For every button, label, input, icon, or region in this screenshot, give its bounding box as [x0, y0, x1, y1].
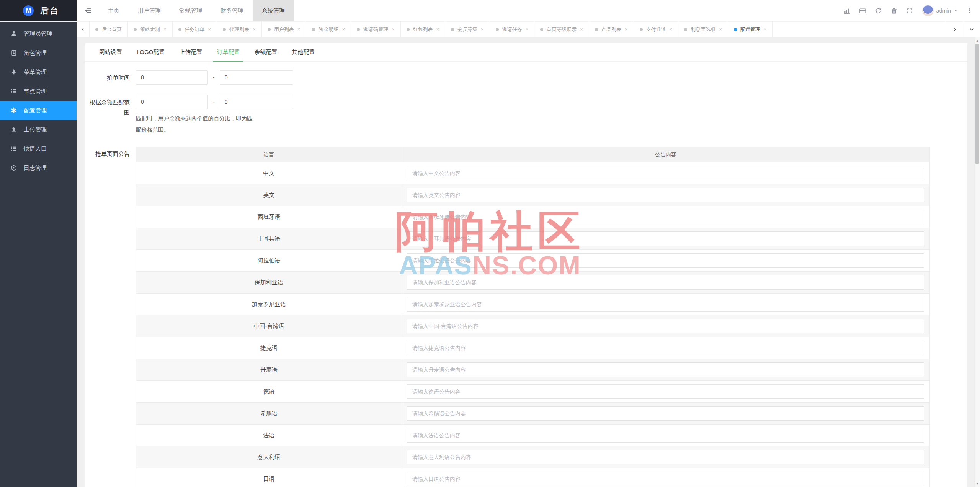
announcement-input[interactable] [407, 297, 924, 312]
balance-from-input[interactable] [136, 95, 208, 109]
sidebar-item[interactable]: 日志管理 [0, 158, 77, 177]
trash-icon[interactable] [891, 8, 897, 14]
refresh-icon[interactable] [875, 8, 882, 14]
announcement-input[interactable] [407, 166, 924, 180]
workspace-tab[interactable]: 任务订单 × [173, 22, 217, 37]
announcement-input[interactable] [407, 450, 924, 464]
announcement-input[interactable] [407, 275, 924, 290]
workspace-tab[interactable]: 首页等级展示 × [534, 22, 589, 37]
app-title: 后台 [40, 5, 59, 16]
tab-close-icon[interactable]: × [253, 27, 256, 32]
tab-dot-icon [178, 28, 181, 31]
workspace-tab[interactable]: 会员等级 × [445, 22, 490, 37]
tab-close-icon[interactable]: × [208, 27, 211, 32]
language-label: 日语 [136, 468, 402, 487]
sidebar-item[interactable]: 节点管理 [0, 82, 77, 101]
announcement-input[interactable] [407, 210, 924, 224]
chart-icon[interactable] [844, 8, 850, 14]
announcement-input[interactable] [407, 362, 924, 377]
balance-range-label: 根据余额匹配范围 [85, 95, 136, 135]
tabs-scroll-right-button[interactable] [946, 22, 963, 37]
nav-item[interactable]: 系统管理 [253, 0, 294, 21]
table-header: 语言 公告内容 [136, 147, 929, 162]
fullscreen-icon[interactable] [906, 8, 913, 14]
announcement-label: 抢单页面公告 [85, 147, 136, 487]
tab-close-icon[interactable]: × [436, 27, 439, 32]
tab-close-icon[interactable]: × [670, 27, 673, 32]
scrollbar-down-arrow[interactable]: ▼ [975, 481, 980, 486]
tab-close-icon[interactable]: × [625, 27, 628, 32]
sidebar-item[interactable]: 角色管理 [0, 43, 77, 62]
tabbar-controls [946, 22, 980, 37]
workspace-tab[interactable]: 策略定制 × [128, 22, 173, 37]
workspace-tab[interactable]: 邀请码管理 × [351, 22, 401, 37]
nav-item[interactable]: 用户管理 [129, 0, 170, 21]
sidebar-collapse-button[interactable] [77, 0, 99, 21]
sidebar-item[interactable]: 快捷入口 [0, 139, 77, 158]
table-row: 土耳其语 [136, 228, 929, 250]
announcement-input[interactable] [407, 384, 924, 399]
workspace-tab[interactable]: 支付通道 × [634, 22, 679, 37]
nav-item[interactable]: 财务管理 [211, 0, 253, 21]
workspace-tab[interactable]: 代理列表 × [217, 22, 262, 37]
kebab-menu-icon[interactable] [967, 8, 972, 14]
config-tab[interactable]: LOGO配置 [133, 43, 168, 61]
sidebar-item[interactable]: 管理员管理 [0, 24, 77, 43]
table-row: 丹麦语 [136, 359, 929, 381]
card-icon[interactable] [859, 8, 866, 14]
page-scrollbar[interactable]: ▲ ▼ [974, 37, 980, 487]
sidebar-item[interactable]: 上传管理 [0, 120, 77, 139]
nav-item[interactable]: 主页 [99, 0, 129, 21]
sidebar-item[interactable]: 配置管理 [0, 101, 77, 120]
announcement-input[interactable] [407, 406, 924, 421]
workspace-tab[interactable]: 产品列表 × [589, 22, 634, 37]
log-hexagon-icon [11, 165, 17, 171]
config-tab[interactable]: 上传配置 [175, 43, 206, 61]
language-label: 保加利亚语 [136, 272, 402, 293]
announcement-input[interactable] [407, 319, 924, 333]
announcement-input[interactable] [407, 472, 924, 486]
nav-item[interactable]: 常规管理 [170, 0, 211, 21]
workspace-tab[interactable]: 红包列表 × [401, 22, 446, 37]
config-tab[interactable]: 订单配置 [213, 43, 243, 61]
table-row: 捷克语 [136, 337, 929, 359]
grab-time-from-input[interactable] [136, 70, 208, 85]
language-label: 英文 [136, 184, 402, 206]
config-tab[interactable]: 余额配置 [250, 43, 281, 61]
tab-close-icon[interactable]: × [297, 27, 301, 32]
workspace-tab[interactable]: 后台首页 [90, 22, 128, 37]
logo-icon: M [23, 5, 34, 16]
workspace-tab[interactable]: 用户列表 × [262, 22, 307, 37]
tab-close-icon[interactable]: × [342, 27, 345, 32]
workspace-tab[interactable]: 资金明细 × [306, 22, 351, 37]
announcement-input[interactable] [407, 188, 924, 202]
balance-to-input[interactable] [220, 95, 293, 109]
announcement-input[interactable] [407, 428, 924, 443]
tab-close-icon[interactable]: × [526, 27, 529, 32]
tabs-scroll-left-button[interactable] [77, 22, 90, 37]
workspace-tabbar: 后台首页 策略定制 × 任务订单 × 代理列表 × [77, 22, 980, 37]
tab-close-icon[interactable]: × [719, 27, 722, 32]
tab-close-icon[interactable]: × [481, 27, 484, 32]
config-tabs: 网站设置 LOGO配置 上传配置 订单配置 余额配置 [85, 43, 967, 62]
announcement-input[interactable] [407, 341, 924, 355]
announcement-input[interactable] [407, 253, 924, 268]
grab-time-to-input[interactable] [220, 70, 293, 85]
tab-close-icon[interactable]: × [392, 27, 395, 32]
language-label: 西班牙语 [136, 206, 402, 228]
tab-close-icon[interactable]: × [163, 27, 167, 32]
tabs-menu-button[interactable] [963, 22, 980, 37]
tab-close-icon[interactable]: × [580, 27, 583, 32]
workspace-tab[interactable]: 配置管理 × [728, 22, 773, 37]
config-tab[interactable]: 其他配置 [288, 43, 318, 61]
workspace-tab[interactable]: 邀请任务 × [490, 22, 535, 37]
sidebar-item[interactable]: 菜单管理 [0, 62, 77, 82]
workspace-tab[interactable]: 利息宝选项 × [678, 22, 728, 37]
config-tab[interactable]: 网站设置 [95, 43, 126, 61]
workspace-tabs: 后台首页 策略定制 × 任务订单 × 代理列表 × [90, 22, 773, 37]
scrollbar-up-arrow[interactable]: ▲ [975, 38, 980, 43]
scrollbar-thumb[interactable] [975, 44, 979, 164]
announcement-input[interactable] [407, 231, 924, 246]
user-menu[interactable]: admin [922, 5, 958, 16]
tab-close-icon[interactable]: × [764, 27, 767, 32]
